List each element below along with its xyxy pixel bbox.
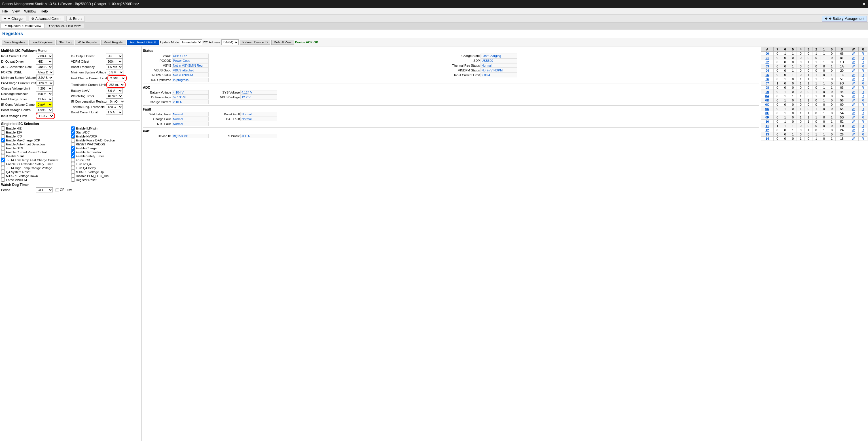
enable-force-dplus-cb[interactable] [71,138,75,142]
enable-hvdcp-cb[interactable] [71,134,75,138]
reg-addr-cell[interactable]: 14 [761,136,774,141]
start-adc-cb[interactable] [71,130,75,134]
reg-w-btn[interactable]: W [848,132,858,136]
recharge-select[interactable]: 100 m [36,91,53,96]
jeita-high-cb[interactable] [1,166,5,170]
reg-addr-cell[interactable]: 11 [761,124,774,128]
jeita-low-cb[interactable] [1,158,5,162]
reg-addr-cell[interactable]: 04 [761,69,774,73]
ir-comp-res-select[interactable]: 0 mOh [108,99,125,104]
ir-comp-volt-select[interactable]: 0 mV [36,102,53,107]
mtk-pe-down-cb[interactable] [1,174,5,178]
tab-field-view[interactable]: ✦Bq25898D Field View [45,24,85,28]
enable-otg-cb[interactable] [1,146,5,150]
reg-addr-cell[interactable]: 08 [761,86,774,90]
force-icd-cb[interactable] [71,158,75,162]
reg-r-btn[interactable]: R [858,52,867,56]
boost-freq-select[interactable]: 1.5 Mh [106,64,123,69]
reg-addr-cell[interactable]: 06 [761,77,774,81]
reg-w-btn[interactable]: W [848,98,858,103]
tab-default-view[interactable]: ✦ Bq25898D Default View [1,24,45,28]
enable-hiz-cb[interactable] [1,126,5,130]
fast-charge-timer-select[interactable]: 12 hrs [36,97,53,102]
reg-r-btn[interactable]: R [858,60,867,64]
reg-addr-cell[interactable]: 13 [761,132,774,136]
boost-volt-select[interactable]: 4.998 [36,107,53,113]
turn-q4-delay-cb[interactable] [71,166,75,170]
reg-r-btn[interactable]: R [858,94,867,98]
reg-reset-cb[interactable] [71,178,75,182]
reg-addr-cell[interactable]: 12 [761,128,774,132]
reg-r-btn[interactable]: R [858,90,867,94]
watchdog-timer-select[interactable]: 40 Sec [106,94,123,99]
errors-tab[interactable]: ⚠ Errors [66,16,85,22]
enable-auto-input-cb[interactable] [1,142,5,146]
boost-curr-select[interactable]: 1.5 A [106,110,123,115]
reg-w-btn[interactable]: W [848,86,858,90]
reg-w-btn[interactable]: W [848,69,858,73]
reg-r-btn[interactable]: R [858,73,867,77]
reg-addr-cell[interactable]: 0E [761,111,774,115]
reg-r-btn[interactable]: R [858,136,867,141]
reg-r-btn[interactable]: R [858,98,867,103]
reg-r-btn[interactable]: R [858,81,867,86]
d-minus-driver-select[interactable]: HiZ [36,59,53,64]
enable-safety-cb[interactable] [71,154,75,158]
min-sys-volt-select[interactable]: 3.5 V [107,70,124,75]
reg-w-btn[interactable]: W [848,115,858,120]
reg-w-btn[interactable]: W [848,60,858,64]
reg-addr-cell[interactable]: 01 [761,56,774,60]
menu-file[interactable]: File [2,9,8,13]
reg-addr-cell[interactable]: 0C [761,103,774,107]
reset-watchdog-cb[interactable] [71,142,75,146]
enable-12v-cb[interactable] [1,130,5,134]
input-volt-select[interactable]: 11.0 V [37,114,54,119]
precharge-select[interactable]: 128 m [37,81,54,86]
reg-r-btn[interactable]: R [858,103,867,107]
thermal-reg-select[interactable]: 120 C [106,104,123,109]
reg-addr-cell[interactable]: 0D [761,107,774,111]
reg-r-btn[interactable]: R [858,120,867,124]
reg-r-btn[interactable]: R [858,56,867,60]
reg-addr-cell[interactable]: 0F [761,115,774,120]
save-registers-btn[interactable]: Save Registers [2,40,28,45]
force-dsel-select[interactable]: Allow D [36,70,54,75]
reg-w-btn[interactable]: W [848,56,858,60]
menu-window[interactable]: Window [24,9,36,13]
reg-addr-cell[interactable]: 00 [761,52,774,56]
reg-r-btn[interactable]: R [858,77,867,81]
advanced-comm-tab[interactable]: ⚙ Advanced Comm [29,16,64,22]
update-mode-select[interactable]: Immediate [180,39,202,45]
reg-r-btn[interactable]: R [858,124,867,128]
enable-ilim-cb[interactable] [71,126,75,130]
reg-addr-cell[interactable]: 02 [761,60,774,64]
disable-pfm-cb[interactable] [71,174,75,178]
reg-r-btn[interactable]: R [858,107,867,111]
reg-w-btn[interactable]: W [848,81,858,86]
reg-w-btn[interactable]: W [848,64,858,69]
disable-stat-cb[interactable] [1,154,5,158]
reg-r-btn[interactable]: R [858,115,867,120]
enable-charge-cb[interactable] [71,146,75,150]
reg-w-btn[interactable]: W [848,136,858,141]
min-bat-volt-select[interactable]: 2.9V B [36,75,53,80]
reg-w-btn[interactable]: W [848,128,858,132]
reg-r-btn[interactable]: R [858,69,867,73]
reg-addr-cell[interactable]: 05 [761,73,774,77]
reg-w-btn[interactable]: W [848,124,858,128]
reg-addr-cell[interactable]: 09 [761,90,774,94]
reg-addr-cell[interactable]: 0B [761,98,774,103]
reg-addr-cell[interactable]: 10 [761,120,774,124]
reg-r-btn[interactable]: R [858,64,867,69]
reg-w-btn[interactable]: W [848,111,858,115]
enable-curr-pulse-cb[interactable] [1,150,5,154]
start-log-btn[interactable]: Start Log [56,40,74,45]
d-plus-driver-select[interactable]: HiZ [106,54,123,59]
i2c-address-select[interactable]: D4(6A) [221,39,239,45]
reg-r-btn[interactable]: R [858,128,867,132]
reg-w-btn[interactable]: W [848,120,858,124]
watchdog-period-select[interactable]: OFF [36,187,53,192]
ce-low-cb[interactable] [56,188,59,192]
load-registers-btn[interactable]: Load Registers [29,40,55,45]
enable-icd-cb[interactable] [1,134,5,138]
